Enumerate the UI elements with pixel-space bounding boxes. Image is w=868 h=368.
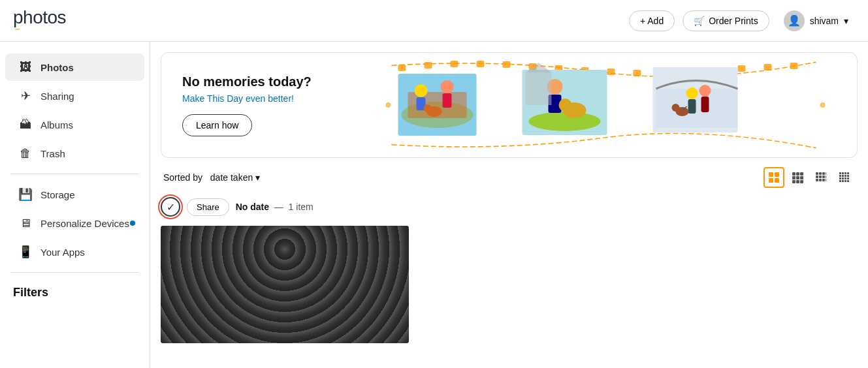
sidebar-your-apps-label: Your Apps [40, 247, 85, 258]
view-medium-button[interactable] [787, 167, 808, 188]
svg-rect-1 [425, 62, 432, 69]
svg-rect-57 [819, 172, 822, 175]
photo-thumbnail[interactable] [161, 226, 409, 343]
sidebar-item-albums[interactable]: 🏔 Albums [5, 111, 144, 138]
svg-rect-13 [738, 65, 746, 72]
albums-icon: 🏔 [18, 117, 33, 132]
svg-rect-2 [451, 61, 458, 67]
svg-rect-31 [526, 72, 552, 105]
svg-rect-54 [796, 180, 799, 183]
svg-rect-51 [796, 176, 799, 179]
svg-rect-73 [842, 175, 844, 177]
sidebar-item-personalize[interactable]: 🖥 Personalize Devices [5, 209, 144, 237]
view-small-button[interactable] [811, 167, 831, 188]
user-menu[interactable]: 👤 shivam ▾ [777, 7, 855, 35]
sort-value: date taken [210, 172, 253, 183]
svg-rect-77 [842, 177, 844, 179]
svg-rect-79 [847, 177, 849, 179]
film-strip-svg [344, 53, 857, 157]
svg-rect-63 [826, 176, 826, 178]
share-button[interactable]: Share [187, 198, 229, 216]
trash-icon: 🗑 [18, 146, 33, 161]
svg-rect-60 [816, 176, 818, 178]
banner-text-area: No memories today? Make This Day even be… [161, 59, 344, 152]
memories-banner: No memories today? Make This Day even be… [161, 52, 858, 158]
svg-rect-46 [775, 178, 779, 183]
svg-rect-47 [792, 172, 796, 176]
avatar: 👤 [784, 10, 805, 31]
svg-rect-71 [847, 172, 849, 174]
photo-interior [161, 226, 409, 343]
svg-rect-68 [839, 172, 841, 174]
sidebar: 🖼 Photos ✈ Sharing 🏔 Albums 🗑 Trash 💾 St… [0, 42, 150, 368]
view-large-button[interactable] [764, 167, 784, 188]
logo-text: photos [13, 7, 66, 27]
svg-rect-66 [822, 179, 825, 181]
banner-illustration [344, 53, 857, 157]
small-grid-icon [815, 172, 827, 183]
sidebar-item-storage[interactable]: 💾 Storage [5, 181, 144, 208]
svg-rect-58 [822, 172, 825, 175]
sort-bar: Sorted by date taken ▾ [150, 158, 868, 194]
sidebar-item-your-apps[interactable]: 📱 Your Apps [5, 238, 144, 266]
sidebar-photos-label: Photos [40, 62, 74, 73]
svg-rect-14 [764, 64, 772, 70]
svg-point-34 [686, 87, 698, 99]
svg-rect-70 [844, 172, 846, 174]
view-tiny-button[interactable] [834, 167, 855, 188]
svg-point-30 [559, 99, 572, 112]
cart-icon: 🛒 [694, 16, 705, 26]
filters-title: Filters [0, 279, 150, 302]
svg-rect-53 [792, 180, 796, 183]
svg-rect-8 [607, 69, 615, 75]
svg-rect-44 [775, 172, 779, 177]
svg-rect-64 [816, 179, 818, 181]
sidebar-item-trash[interactable]: 🗑 Trash [5, 140, 144, 167]
svg-rect-72 [839, 175, 841, 177]
banner-subtitle: Make This Day even better! [182, 93, 323, 104]
svg-point-42 [820, 102, 826, 108]
svg-rect-50 [792, 176, 796, 179]
storage-icon: 💾 [18, 187, 33, 202]
svg-rect-59 [826, 172, 826, 175]
svg-rect-37 [701, 97, 709, 112]
svg-rect-62 [822, 176, 825, 178]
learn-how-button[interactable]: Learn how [182, 114, 252, 136]
sidebar-albums-label: Albums [40, 119, 73, 130]
svg-rect-15 [790, 63, 798, 69]
svg-rect-67 [826, 179, 826, 181]
svg-point-36 [699, 85, 711, 97]
order-prints-label: Order Prints [709, 16, 758, 26]
svg-rect-22 [443, 93, 452, 108]
sorted-by-prefix: Sorted by [163, 172, 202, 183]
sort-chevron-icon: ▾ [255, 172, 260, 183]
svg-point-19 [415, 84, 428, 97]
date-text: No date [236, 202, 269, 212]
svg-rect-75 [847, 175, 849, 177]
section-header: ✓ Share No date — 1 item [161, 194, 858, 219]
svg-rect-3 [477, 61, 485, 67]
select-all-checkbox[interactable]: ✓ [161, 197, 180, 217]
add-button[interactable]: + Add [629, 10, 675, 31]
sidebar-item-photos[interactable]: 🖼 Photos [5, 54, 144, 81]
svg-rect-69 [842, 172, 844, 174]
banner-title: No memories today? [182, 74, 323, 89]
sidebar-storage-label: Storage [40, 189, 75, 200]
header-actions: + Add 🛒 Order Prints 👤 shivam ▾ [629, 7, 855, 35]
sidebar-personalize-label: Personalize Devices [40, 218, 129, 229]
personalize-icon: 🖥 [18, 216, 33, 230]
svg-point-24 [424, 104, 432, 112]
photo-grid [161, 226, 858, 343]
main-content: No memories today? Make This Day even be… [150, 42, 868, 368]
sidebar-sharing-label: Sharing [40, 91, 74, 102]
item-count: 1 item [289, 202, 313, 212]
sidebar-item-sharing[interactable]: ✈ Sharing [5, 82, 144, 110]
chevron-down-icon: ▾ [844, 16, 848, 26]
svg-point-41 [386, 102, 391, 108]
order-prints-button[interactable]: 🛒 Order Prints [683, 10, 769, 31]
tiny-grid-icon [839, 172, 850, 183]
svg-rect-49 [800, 172, 803, 176]
sort-selector[interactable]: Sorted by date taken ▾ [163, 172, 260, 183]
svg-rect-61 [819, 176, 822, 178]
svg-rect-45 [769, 178, 773, 183]
